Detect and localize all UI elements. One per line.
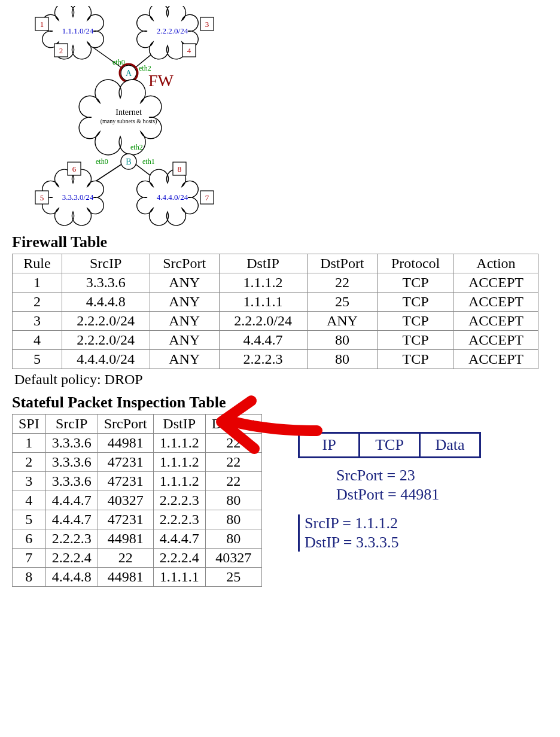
- firewall-table: RuleSrcIPSrcPortDstIPDstPortProtocolActi…: [12, 254, 538, 369]
- firewall-cell: ACCEPT: [454, 331, 538, 350]
- spi-cell: 22: [98, 549, 153, 568]
- spi-cell: 1.1.1.1: [153, 568, 205, 587]
- firewall-cell: 25: [307, 293, 378, 312]
- subnet-2-label: 2.2.2.0/24: [157, 26, 188, 35]
- firewall-cell: 2.2.2.0/24: [62, 331, 150, 350]
- spi-header-cell: SPI: [13, 415, 46, 434]
- host-6: 6: [72, 165, 77, 173]
- spi-cell: 47231: [98, 472, 153, 491]
- packet-notes: IP TCP Data SrcPort = 23 DstPort = 44981…: [298, 432, 481, 553]
- table-row: 13.3.3.6449811.1.1.222: [13, 434, 262, 453]
- iface-b-eth0: eth0: [96, 157, 108, 166]
- spi-cell: 2: [13, 453, 46, 472]
- firewall-header-cell: DstPort: [307, 254, 378, 273]
- host-4: 4: [187, 46, 191, 55]
- firewall-header-cell: SrcIP: [62, 254, 150, 273]
- spi-cell: 2.2.2.4: [153, 549, 205, 568]
- table-row: 54.4.4.0/24ANY2.2.2.380TCPACCEPT: [13, 350, 538, 369]
- table-row: 54.4.4.7472312.2.2.380: [13, 510, 262, 529]
- firewall-cell: 3.3.3.6: [62, 273, 150, 293]
- table-row: 62.2.2.3449814.4.4.780: [13, 529, 262, 549]
- firewall-cell: 1.1.1.1: [219, 293, 307, 312]
- firewall-cell: 4.4.4.7: [219, 331, 307, 350]
- firewall-cell: 22: [307, 273, 378, 293]
- spi-header-cell: SrcPort: [98, 415, 153, 434]
- spi-cell: 47231: [98, 453, 153, 472]
- pkt-data: Data: [421, 434, 479, 456]
- firewall-cell: 80: [307, 350, 378, 369]
- host-8: 8: [178, 165, 182, 173]
- firewall-cell: ANY: [307, 312, 378, 331]
- packet-layers: IP TCP Data: [298, 432, 481, 458]
- spi-cell: 1.1.1.2: [153, 453, 205, 472]
- spi-cell: 44981: [98, 568, 153, 587]
- router-b-label: B: [126, 157, 131, 166]
- spi-cell: 4.4.4.7: [45, 510, 98, 529]
- spi-cell: 40327: [98, 491, 153, 510]
- iface-b-eth2: eth2: [130, 143, 143, 151]
- spi-cell: 47231: [98, 510, 153, 529]
- spi-cell: 2.2.2.3: [153, 510, 205, 529]
- table-row: 42.2.2.0/24ANY4.4.4.780TCPACCEPT: [13, 331, 538, 350]
- spi-title: Stateful Packet Inspection Table: [12, 394, 548, 412]
- fw-annotation: FW: [148, 71, 174, 90]
- spi-cell: 1.1.1.2: [153, 434, 205, 453]
- spi-cell: 3.3.3.6: [45, 453, 98, 472]
- firewall-cell: ACCEPT: [454, 350, 538, 369]
- firewall-cell: TCP: [378, 350, 454, 369]
- network-diagram: 1.1.1.0/24 1 2 2.2.2.0/24 3 4 A eth0 eth…: [12, 6, 239, 227]
- internet-sublabel: (many subnets & hosts): [101, 118, 157, 125]
- firewall-cell: 5: [13, 350, 62, 369]
- firewall-cell: TCP: [378, 312, 454, 331]
- spi-header-cell: DstIP: [153, 415, 205, 434]
- firewall-cell: ANY: [150, 331, 219, 350]
- spi-cell: 4.4.4.8: [45, 568, 98, 587]
- host-3: 3: [205, 20, 209, 29]
- spi-cell: 22: [205, 434, 261, 453]
- subnet-4-label: 4.4.4.0/24: [157, 193, 188, 202]
- firewall-title: Firewall Table: [12, 233, 548, 251]
- note-srcport: SrcPort = 23: [336, 467, 481, 485]
- spi-cell: 3.3.3.6: [45, 434, 98, 453]
- spi-cell: 4.4.4.7: [153, 529, 205, 549]
- firewall-cell: ANY: [150, 312, 219, 331]
- subnet-3-label: 3.3.3.0/24: [62, 193, 94, 202]
- note-srcip: SrcIP = 1.1.1.2: [305, 514, 481, 532]
- spi-cell: 1: [13, 434, 46, 453]
- spi-cell: 1.1.1.2: [153, 472, 205, 491]
- firewall-cell: ANY: [150, 293, 219, 312]
- spi-cell: 3: [13, 472, 46, 491]
- spi-table: SPISrcIPSrcPortDstIPDstPort13.3.3.644981…: [12, 414, 262, 587]
- firewall-cell: 2.2.2.0/24: [62, 312, 150, 331]
- table-row: 44.4.4.7403272.2.2.380: [13, 491, 262, 510]
- firewall-cell: ACCEPT: [454, 312, 538, 331]
- spi-cell: 2.2.2.4: [45, 549, 98, 568]
- firewall-header-cell: Protocol: [378, 254, 454, 273]
- firewall-cell: ACCEPT: [454, 293, 538, 312]
- spi-cell: 80: [205, 529, 261, 549]
- firewall-header-cell: DstIP: [219, 254, 307, 273]
- spi-cell: 44981: [98, 434, 153, 453]
- firewall-cell: TCP: [378, 273, 454, 293]
- spi-cell: 40327: [205, 549, 261, 568]
- firewall-cell: 2.2.2.0/24: [219, 312, 307, 331]
- firewall-cell: TCP: [378, 331, 454, 350]
- spi-cell: 5: [13, 510, 46, 529]
- firewall-cell: 2.2.2.3: [219, 350, 307, 369]
- firewall-cell: 80: [307, 331, 378, 350]
- table-row: 72.2.2.4222.2.2.440327: [13, 549, 262, 568]
- firewall-cell: TCP: [378, 293, 454, 312]
- host-5: 5: [40, 193, 44, 202]
- firewall-cell: 4: [13, 331, 62, 350]
- spi-cell: 80: [205, 510, 261, 529]
- spi-cell: 2.2.2.3: [45, 529, 98, 549]
- firewall-header-cell: SrcPort: [150, 254, 219, 273]
- router-a-label: A: [126, 69, 132, 78]
- spi-cell: 6: [13, 529, 46, 549]
- spi-cell: 2.2.2.3: [153, 491, 205, 510]
- pkt-tcp: TCP: [360, 434, 421, 456]
- note-dstport: DstPort = 44981: [336, 486, 481, 504]
- table-row: 84.4.4.8449811.1.1.125: [13, 568, 262, 587]
- default-policy: Default policy: DROP: [14, 371, 548, 388]
- firewall-cell: ANY: [150, 273, 219, 293]
